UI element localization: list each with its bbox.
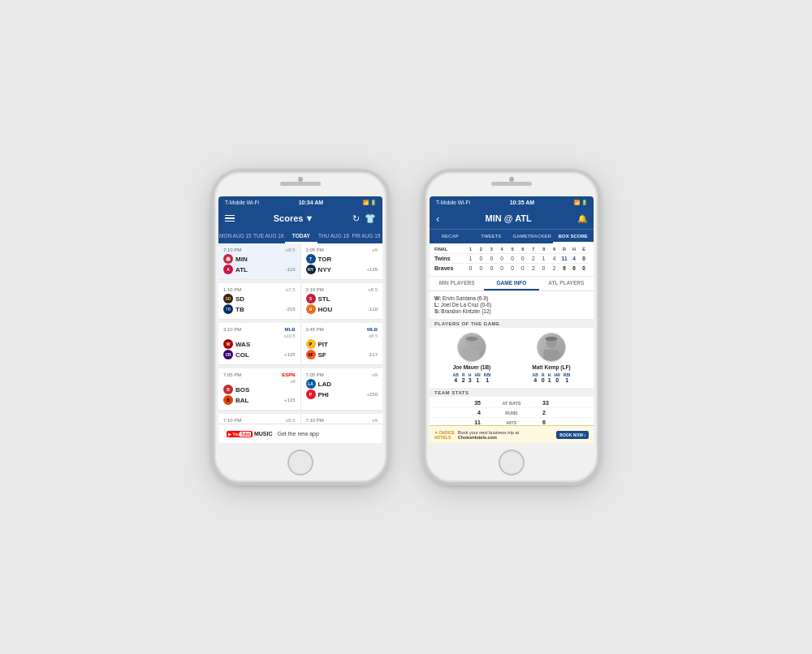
logo-atl: A	[223, 265, 233, 274]
logo-lad: LA	[306, 379, 316, 389]
tab-fri-aug19[interactable]: FRI AUG 19	[350, 229, 382, 243]
final-label: FINAL	[434, 247, 465, 252]
tab-recap[interactable]: RECAP	[430, 230, 471, 243]
game-cell-tor-nyy[interactable]: 1:05 PM o9 T TOR NY NYY	[301, 243, 383, 279]
game-info-content: W: Ervin Santana (6-9) L: Joel De La Cru…	[430, 291, 594, 425]
hamburger-menu[interactable]	[225, 215, 235, 222]
game-cell-lad-phi[interactable]: 7:05 PM o9 LA LAD P PHI	[301, 368, 383, 410]
linescore: FINAL 1 2 3 4 5 6 7 8 9 R H E Twins 1 0 …	[430, 243, 594, 277]
team-name-bos: BOS	[235, 386, 249, 394]
logo-phi: P	[306, 389, 316, 399]
game-cell-sd-tb[interactable]: 1:10 PM o7.5 SD SD TB TB	[218, 283, 301, 319]
home-button-right[interactable]	[499, 450, 525, 475]
logo-sd: SD	[223, 294, 233, 303]
game-time-tor: 1:05 PM o9	[306, 247, 378, 252]
team-name-sf: SF	[318, 351, 326, 359]
nav-header-right: ‹ MIN @ ATL 🔔	[430, 208, 594, 229]
stat-row-runs: 4 RUNS 2	[430, 408, 594, 418]
min-atbats: 35	[434, 400, 487, 406]
player-stats-kemp: AB 4 R 0 H 1 HR 0	[533, 372, 571, 383]
game-cell-min-atl[interactable]: 7:10 PM o8.5 ⚾ MIN A ATL	[218, 243, 301, 279]
time-left: 10:34 AM	[299, 200, 323, 205]
team-name-nyy: NYY	[318, 266, 331, 273]
team-name-hou: HOU	[318, 306, 333, 313]
game-row-1[interactable]: 7:10 PM o8.5 ⚾ MIN A ATL	[218, 243, 382, 280]
bell-icon[interactable]: 🔔	[577, 214, 587, 223]
book-now-button[interactable]: BOOK NOW ›	[556, 431, 589, 439]
logo-col: CR	[223, 350, 233, 359]
team-name-lad: LAD	[318, 381, 331, 388]
logo-nyy: NY	[306, 265, 316, 274]
logo-tor: T	[306, 254, 316, 264]
scores-title: Scores ▼	[274, 213, 314, 223]
team-nyy: NY NYY +135	[306, 265, 378, 274]
team-stats-header: TEAM STATS	[430, 389, 594, 397]
game-cell-was-col[interactable]: 3:10 PM MLB o10.5 W WAS CR COL	[218, 323, 301, 364]
game-cell-bos-bal[interactable]: 7:05 PM ESPN o9 B BOS B BAL	[218, 368, 301, 410]
date-tabs: MON AUG 15 TUE AUG 16 TODAY THU AUG 18 F…	[218, 229, 382, 243]
right-screen: T-Mobile Wi-Fi 10:35 AM 📶 🔋 ‹ MIN @ ATL …	[430, 196, 594, 443]
subtab-game-info[interactable]: GAME INFO	[484, 277, 538, 290]
game-row-3[interactable]: 3:10 PM MLB o10.5 W WAS CR COL	[218, 323, 382, 365]
player-name-mauer: Joe Mauer (1B)	[453, 364, 491, 370]
team-name-was: WAS	[235, 341, 250, 348]
game-title: MIN @ ATL	[486, 213, 532, 223]
label-atbats: AT BATS	[487, 401, 536, 406]
tab-tweets[interactable]: TWEETS	[471, 230, 512, 243]
logo-bal: B	[223, 395, 233, 405]
pitcher-info: W: Ervin Santana (6-9) L: Joel De La Cru…	[430, 291, 594, 320]
label-hits: HITS	[487, 420, 536, 425]
save-pitcher: S: Brandon Kintzler (12)	[434, 308, 589, 314]
player-avatar-mauer	[457, 333, 486, 362]
ad-text-right: Book your next business trip at ChoiceHo…	[458, 430, 553, 440]
game-row-5[interactable]: 7:10 PM o8.5 KC KC D DET	[218, 414, 382, 424]
ad-banner-right: ✦ CHOICEHOTELS Book your next business t…	[430, 425, 594, 443]
linescore-braves: Braves 0 0 0 0 0 0 2 0 2 6 6 0	[434, 263, 589, 273]
tab-today[interactable]: TODAY	[285, 229, 317, 243]
battery-left: 📶 🔋	[363, 200, 376, 205]
team-name-tor: TOR	[318, 256, 332, 263]
team-min: ⚾ MIN	[223, 254, 296, 264]
carrier-left: T-Mobile Wi-Fi	[225, 200, 259, 205]
logo-pit: P	[306, 339, 316, 349]
nav-icons-right: ↻ 👕	[352, 213, 376, 224]
shirt-icon[interactable]: 👕	[365, 213, 376, 224]
refresh-icon[interactable]: ↻	[352, 213, 360, 224]
logo-stl: S	[306, 294, 316, 303]
subtab-atl-players[interactable]: ATL PLAYERS	[539, 277, 594, 290]
team-name-stl: STL	[318, 295, 330, 303]
subtab-min-players[interactable]: MIN PLAYERS	[430, 277, 484, 290]
right-phone: T-Mobile Wi-Fi 10:35 AM 📶 🔋 ‹ MIN @ ATL …	[422, 169, 601, 485]
game-cell-chw-cle[interactable]: 7:10 PM o9 CW CHW C CLE	[301, 414, 383, 424]
logo-was: W	[223, 339, 233, 349]
tab-thu-aug18[interactable]: THU AUG 18	[317, 229, 350, 243]
time-right: 10:35 AM	[510, 200, 534, 205]
tab-boxscore[interactable]: BOX SCORE	[553, 230, 594, 243]
subtabs: MIN PLAYERS GAME INFO ATL PLAYERS	[430, 277, 594, 291]
back-button[interactable]: ‹	[436, 213, 439, 225]
player-card-mauer: Joe Mauer (1B) AB 4 R 2 H 3	[434, 333, 509, 383]
game-row-2[interactable]: 1:10 PM o7.5 SD SD TB TB	[218, 283, 382, 320]
players-of-game-header: PLAYERS OF THE GAME	[430, 320, 594, 328]
logo-min: ⚾	[223, 254, 233, 264]
player-card-kemp: Matt Kemp (LF) AB 4 R 0 H 1	[514, 333, 589, 383]
tab-tue-aug16[interactable]: TUE AUG 16	[253, 229, 285, 243]
game-row-4[interactable]: 7:05 PM ESPN o9 B BOS B BAL	[218, 368, 382, 411]
left-phone: T-Mobile Wi-Fi 10:34 AM 📶 🔋 Scores ▼ ↻ 👕	[211, 169, 390, 485]
carrier-right: T-Mobile Wi-Fi	[436, 200, 470, 205]
tab-mon-aug15[interactable]: MON AUG 15	[218, 229, 253, 243]
game-cell-stl-hou[interactable]: 2:10 PM o8.5 S STL H HOU	[301, 283, 383, 319]
logo-bos: B	[223, 385, 233, 394]
min-hits: 11	[434, 420, 487, 425]
team-name-tb: TB	[235, 306, 244, 313]
tab-gametracker[interactable]: GAMETRACKER	[512, 230, 553, 243]
home-button-left[interactable]	[287, 450, 313, 475]
game-cell-pit-sf[interactable]: 3:45 PM MLB o8.5 P PIT SF SF	[301, 323, 383, 364]
atl-atbats: 33	[536, 400, 589, 406]
logo-hou: H	[306, 304, 316, 314]
team-stats-table: 35 AT BATS 33 4 RUNS 2 11 HITS 6 1 DOUBL…	[430, 397, 594, 425]
logo-sf: SF	[306, 350, 316, 359]
team-name-phi: PHI	[318, 391, 329, 398]
svg-point-2	[465, 337, 477, 342]
game-cell-kc-det[interactable]: 7:10 PM o8.5 KC KC D DET	[218, 414, 301, 424]
